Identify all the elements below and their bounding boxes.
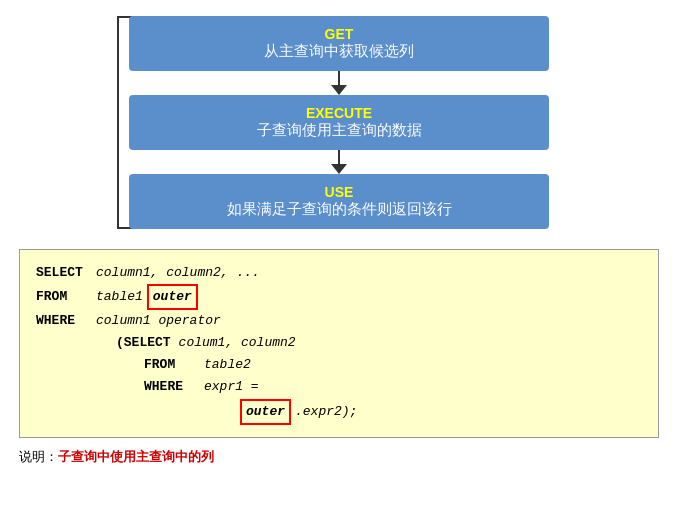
kw-sub-where: WHERE	[144, 376, 204, 398]
sql-line-2: FROM table1 outer	[36, 284, 642, 310]
flow-diagram: GET 从主查询中获取候选列 EXECUTE 子查询使用主查询的数据 USE 如…	[16, 16, 662, 229]
sql-line-3: WHERE column1 operator	[36, 310, 642, 332]
kw-from: FROM	[36, 286, 96, 308]
box-execute-label: EXECUTE	[145, 105, 533, 121]
flow-box-get: GET 从主查询中获取候选列	[129, 16, 549, 71]
sql-table2: table2	[204, 354, 251, 376]
sql-line-7: outer .expr2);	[236, 399, 642, 425]
kw-select: SELECT	[36, 262, 96, 284]
sql-columns: column1, column2, ...	[96, 262, 260, 284]
sql-table1: table1	[96, 286, 143, 308]
sql-expr2: .expr2);	[295, 401, 357, 423]
kw-where: WHERE	[36, 310, 96, 332]
sql-expr1: expr1 =	[204, 376, 259, 398]
arrow1	[331, 71, 347, 95]
sql-line-5: FROM table2	[144, 354, 642, 376]
flow-box-execute: EXECUTE 子查询使用主查询的数据	[129, 95, 549, 150]
sql-col1-op: column1 operator	[96, 310, 221, 332]
sql-sub-cols: colum1, column2	[179, 332, 296, 354]
sql-line-4: (SELECT colum1, column2	[116, 332, 642, 354]
box-execute-text: 子查询使用主查询的数据	[145, 121, 533, 140]
outer-box-1: outer	[147, 284, 198, 310]
kw-sub-from: FROM	[144, 354, 204, 376]
outer-box-2: outer	[240, 399, 291, 425]
sql-line-6: WHERE expr1 =	[144, 376, 642, 398]
box-get-label: GET	[145, 26, 533, 42]
box-get-text: 从主查询中获取候选列	[145, 42, 533, 61]
loop-line-vertical	[117, 16, 119, 229]
box-use-text: 如果满足子查询的条件则返回该行	[145, 200, 533, 219]
note-section: 说明：子查询中使用主查询中的列	[19, 448, 659, 466]
box-use-label: USE	[145, 184, 533, 200]
note-text: 子查询中使用主查询中的列	[58, 449, 214, 464]
flow-box-use: USE 如果满足子查询的条件则返回该行	[129, 174, 549, 229]
note-prefix: 说明：	[19, 449, 58, 464]
kw-subselect: (SELECT	[116, 332, 171, 354]
arrow2	[331, 150, 347, 174]
sql-code-box: SELECT column1, column2, ... FROM table1…	[19, 249, 659, 438]
sql-line-1: SELECT column1, column2, ...	[36, 262, 642, 284]
